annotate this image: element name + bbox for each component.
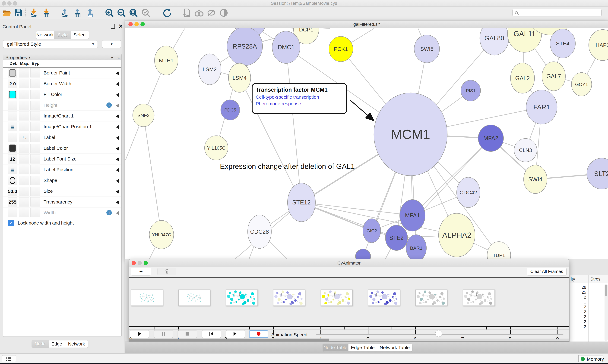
animation-frame-4[interactable]: [273, 289, 305, 306]
default-value[interactable]: 50.0: [8, 187, 17, 196]
collapse-arrow-icon[interactable]: [116, 190, 119, 194]
search-network-icon[interactable]: [194, 8, 204, 17]
bypass-cell[interactable]: [30, 101, 40, 110]
bypass-cell[interactable]: [30, 122, 40, 131]
node-GAL7[interactable]: GAL7: [542, 62, 566, 91]
tab-select[interactable]: Select: [71, 31, 89, 39]
style-dropdown[interactable]: galFiltered Style ▼: [3, 40, 98, 48]
default-cell[interactable]: [8, 90, 17, 99]
hide-panel-icon[interactable]: [207, 8, 216, 17]
default-cell[interactable]: [8, 208, 17, 217]
column-header[interactable]: Stres: [590, 277, 600, 282]
collapse-arrow-icon[interactable]: [116, 104, 119, 107]
copy-network-icon[interactable]: [182, 8, 191, 17]
animation-frame-7[interactable]: [415, 289, 447, 306]
node-LSM4[interactable]: LSM4: [228, 63, 251, 92]
close-panel-icon[interactable]: ✕: [118, 23, 123, 29]
node-YNL047C[interactable]: YNL047C: [149, 221, 174, 249]
bypass-cell[interactable]: [30, 111, 40, 120]
tab-edge-table[interactable]: Edge Table: [348, 344, 377, 351]
mapping-cell[interactable]: [19, 90, 29, 99]
mapping-cell[interactable]: [19, 197, 29, 207]
mapping-cell[interactable]: [19, 122, 29, 131]
node-SNF3[interactable]: SNF3: [133, 104, 154, 127]
node-GAL2[interactable]: GAL2: [511, 63, 535, 93]
node-PCK1[interactable]: PCK1: [329, 36, 353, 62]
property-row[interactable]: Shape: [3, 175, 121, 186]
property-row[interactable]: 12 Label Font Size: [3, 154, 121, 164]
table-cell-value[interactable]: 2: [569, 314, 588, 319]
tab-node-table[interactable]: Node Table: [322, 344, 348, 351]
default-cell[interactable]: [8, 111, 17, 120]
collapse-arrow-icon[interactable]: [116, 71, 119, 75]
zoom-in-icon[interactable]: [105, 8, 114, 17]
node-GAL11[interactable]: GAL11: [508, 28, 542, 52]
collapse-arrow-icon[interactable]: [116, 211, 119, 215]
node-STE2[interactable]: STE2: [385, 225, 408, 250]
node-HAP2[interactable]: HAP2: [589, 30, 608, 61]
default-cell[interactable]: 50.0: [8, 187, 17, 196]
record-button[interactable]: [249, 330, 268, 338]
pause-button[interactable]: [154, 330, 173, 338]
node-ALPHA2[interactable]: ALPHA2: [439, 213, 475, 257]
property-row[interactable]: ▤ Image/Chart Position 1: [3, 121, 121, 132]
bypass-cell[interactable]: [30, 143, 40, 153]
default-cell[interactable]: [8, 133, 17, 142]
collapse-arrow-icon[interactable]: [116, 115, 119, 118]
animation-frame-6[interactable]: [368, 289, 400, 306]
bypass-cell[interactable]: [30, 79, 40, 88]
annotation-link[interactable]: Cell-type-specific transcription: [256, 94, 343, 100]
column-header[interactable]: ity: [571, 277, 575, 282]
skip-to-end-button[interactable]: [226, 330, 245, 338]
close-window-icon[interactable]: [1, 1, 6, 6]
table-cell-value[interactable]: 1: [569, 300, 588, 305]
node-MFA2[interactable]: MFA2: [478, 125, 503, 152]
node-GIC2[interactable]: GIC2: [363, 219, 381, 243]
position-icon[interactable]: ▤: [8, 122, 17, 131]
maximize-window-icon[interactable]: [13, 1, 17, 6]
default-cell[interactable]: 255: [8, 197, 17, 207]
node-PDC5[interactable]: PDC5: [221, 100, 240, 120]
node-SLT2[interactable]: SLT2: [587, 158, 608, 189]
add-frame-button[interactable]: +: [131, 268, 151, 275]
animation-frame-5[interactable]: [321, 289, 353, 306]
default-value[interactable]: 255: [8, 197, 17, 207]
table-cell-value[interactable]: 26: [569, 285, 588, 290]
default-cell[interactable]: 2.0: [8, 79, 17, 88]
bypass-cell[interactable]: [30, 154, 40, 164]
collapse-arrow-icon[interactable]: [116, 179, 119, 183]
table-header-row[interactable]: ity Stres: [569, 275, 608, 283]
node-GCY1[interactable]: GCY1: [571, 73, 592, 96]
node-MFA1[interactable]: MFA1: [400, 200, 425, 231]
collapse-arrow-icon[interactable]: [116, 157, 119, 161]
save-icon[interactable]: [14, 8, 23, 17]
maximize-window-icon[interactable]: [144, 261, 148, 265]
tab-network-table[interactable]: Network Table: [377, 344, 412, 351]
minimize-window-icon[interactable]: [134, 22, 139, 26]
collapse-arrow-icon[interactable]: [116, 93, 119, 97]
property-row[interactable]: 2.0 Border Width: [3, 78, 121, 89]
network-canvas[interactable]: DCP1RPS28ADMC1PCK1SWI5GAL80GAL11STE4HAP2…: [125, 28, 608, 259]
mapping-cell[interactable]: [19, 111, 29, 120]
zoom-out-icon[interactable]: [117, 8, 126, 17]
timeline-playhead[interactable]: [273, 296, 273, 326]
zoom-fit-icon[interactable]: [129, 8, 138, 17]
color-swatch[interactable]: [9, 91, 16, 98]
search-input[interactable]: [512, 9, 602, 16]
collapse-arrow-icon[interactable]: [116, 125, 119, 129]
export-table-icon[interactable]: [73, 8, 82, 17]
export-network-icon[interactable]: [60, 8, 70, 17]
lock-dimensions-row[interactable]: ✓ Lock node width and height: [3, 218, 121, 228]
collapse-arrow-icon[interactable]: [116, 82, 119, 86]
animation-frame-2[interactable]: [178, 289, 210, 306]
mapping-cell[interactable]: [19, 101, 29, 110]
import-network-icon[interactable]: [29, 8, 39, 17]
timeline-scrollbar[interactable]: [129, 338, 569, 341]
mapping-cell[interactable]: [19, 79, 29, 88]
property-row[interactable]: ▤ Label Position: [3, 164, 121, 175]
mapping-cell[interactable]: [19, 143, 29, 153]
bypass-cell[interactable]: [30, 208, 40, 217]
bypass-cell[interactable]: [30, 133, 40, 142]
property-row[interactable]: Image/Chart 1: [3, 111, 121, 121]
close-window-icon[interactable]: [132, 261, 136, 265]
